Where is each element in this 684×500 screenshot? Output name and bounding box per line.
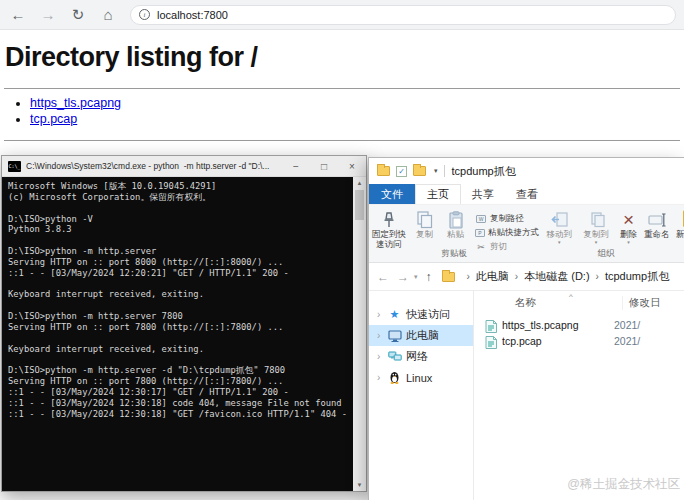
dropdown-arrow-icon: ▾	[595, 240, 598, 244]
expand-chevron-icon[interactable]: ›	[377, 372, 387, 383]
explorer-sidebar: › ★ 快速访问 › 此电脑 › 网络 ›	[369, 291, 474, 500]
address-bar[interactable]: i localhost:7800	[130, 5, 676, 25]
cmd-titlebar[interactable]: C:\_ C:\Windows\System32\cmd.exe - pytho…	[2, 156, 366, 177]
sidebar-item-network[interactable]: › 网络	[369, 346, 473, 367]
ribbon: 固定到快速访问 复制 粘贴 W 复制路径 P	[369, 205, 684, 263]
terminal-line: Serving HTTP on :: port 7800 (http://[::…	[8, 322, 351, 333]
qat-dropdown-icon[interactable]: ▾	[434, 167, 438, 175]
site-info-icon[interactable]: i	[139, 9, 150, 20]
terminal-line: D:\ISO>python -m http.server	[8, 246, 351, 257]
terminal-line	[8, 235, 351, 246]
network-icon	[387, 351, 402, 362]
cmd-app-icon: C:\_	[8, 161, 21, 172]
column-headers: 名称 ^ 修改日	[475, 293, 684, 310]
maximize-button[interactable]: □	[310, 156, 338, 177]
sort-ascending-icon: ^	[569, 292, 573, 301]
new-folder-button[interactable]: 新建文件夹	[673, 208, 684, 262]
terminal-line: D:\ISO>python -m http.server 7800	[8, 311, 351, 322]
scroll-down-icon[interactable]: ▼	[353, 479, 366, 491]
explorer-address-bar: ← → ▾ ↑ › 此电脑 › 本地磁盘 (D:) › tcpdump抓包	[369, 263, 684, 291]
tab-file[interactable]: 文件	[369, 184, 415, 204]
properties-check-icon[interactable]: ✓	[396, 166, 407, 177]
delete-icon: ×	[623, 210, 634, 230]
this-pc-icon	[387, 330, 402, 342]
ribbon-tabs: 文件 主页 共享 查看	[369, 184, 684, 205]
new-group: 新建文件夹	[673, 205, 684, 262]
copy-to-icon	[587, 210, 605, 230]
up-directory-icon[interactable]: ↑	[426, 270, 432, 284]
file-link-https-tls[interactable]: https_tls.pcapng	[30, 96, 121, 110]
back-icon[interactable]: ←	[6, 3, 30, 27]
terminal-line: Microsoft Windows [版本 10.0.19045.4291]	[8, 181, 351, 192]
clipboard-group-label: 剪贴板	[369, 248, 539, 260]
explorer-window-title: tcpdump抓包	[452, 164, 516, 179]
explorer-back-icon[interactable]: ←	[377, 270, 389, 284]
reload-icon[interactable]: ↻	[66, 3, 90, 27]
terminal-line: ::1 - - [03/May/2024 12:30:17] "GET / HT…	[8, 387, 351, 398]
file-row-https-tls[interactable]: https_tls.pcapng 2021/	[479, 317, 684, 333]
breadcrumb-drive-d[interactable]: 本地磁盘 (D:)	[524, 269, 589, 284]
expand-chevron-icon[interactable]: ›	[377, 351, 387, 362]
explorer-window: ✓ ▾ tcpdump抓包 文件 主页 共享 查看 固定到快速访问 复制	[368, 157, 684, 500]
terminal-line: Keyboard interrupt received, exiting.	[8, 344, 351, 355]
home-icon[interactable]: ⌂	[96, 3, 120, 27]
star-icon: ★	[387, 308, 402, 321]
sidebar-item-linux[interactable]: › Linux	[369, 367, 473, 388]
sidebar-item-this-pc[interactable]: › 此电脑	[369, 325, 473, 346]
pcap-file-icon	[485, 335, 497, 348]
terminal-line: Serving HTTP on :: port 8000 (http://[::…	[8, 257, 351, 268]
folder-icon[interactable]	[377, 166, 390, 176]
copy-path-button[interactable]: W 复制路径	[475, 212, 539, 226]
tab-home[interactable]: 主页	[415, 184, 461, 204]
expand-chevron-icon[interactable]: ›	[377, 330, 387, 341]
list-item: https_tls.pcapng	[30, 95, 121, 111]
scrollbar[interactable]: ▲ ▼	[353, 177, 366, 491]
organize-group: 移动到 ▾ 复制到 ▾ × 删除 ▾ 重命名 组织	[541, 205, 671, 262]
history-dropdown-icon[interactable]: ▾	[414, 273, 418, 281]
new-folder-icon[interactable]	[413, 166, 426, 176]
location-folder-icon	[442, 272, 455, 282]
terminal-line	[8, 300, 351, 311]
file-row-tcp-pcap[interactable]: tcp.pcap 2021/	[479, 333, 684, 349]
close-button[interactable]: ×	[338, 156, 366, 177]
column-header-modified[interactable]: 修改日	[622, 296, 661, 310]
move-to-icon	[550, 210, 568, 230]
tab-share[interactable]: 共享	[461, 184, 505, 204]
expand-chevron-icon[interactable]: ›	[377, 309, 387, 320]
terminal-line: ::1 - - [03/May/2024 12:30:18] "GET /fav…	[8, 409, 351, 420]
terminal-line: D:\ISO>python -m http.server -d "D:\tcpd…	[8, 365, 351, 376]
breadcrumb-this-pc[interactable]: 此电脑	[476, 269, 509, 284]
breadcrumb-tcpdump[interactable]: tcpdump抓包	[605, 269, 669, 284]
clipboard-group: 固定到快速访问 复制 粘贴 W 复制路径 P	[369, 205, 539, 262]
terminal-line	[8, 355, 351, 366]
pcapng-file-icon	[485, 319, 497, 332]
breadcrumb[interactable]: › 此电脑 › 本地磁盘 (D:) › tcpdump抓包	[442, 269, 670, 284]
sidebar-item-quick-access[interactable]: › ★ 快速访问	[369, 304, 473, 325]
paste-shortcut-icon: P	[475, 228, 485, 238]
url-text[interactable]: localhost:7800	[157, 9, 228, 21]
paste-shortcut-button[interactable]: P 粘贴快捷方式	[475, 226, 539, 240]
terminal-line: Python 3.8.3	[8, 224, 351, 235]
pin-icon	[382, 210, 396, 230]
organize-group-label: 组织	[541, 248, 671, 260]
file-list: 名称 ^ 修改日 https_tls.pcapng 2021/ tcp.pcap…	[475, 291, 684, 500]
explorer-forward-icon[interactable]: →	[397, 270, 409, 284]
dropdown-arrow-icon: ▾	[558, 240, 561, 244]
scroll-up-icon[interactable]: ▲	[353, 177, 366, 189]
explorer-titlebar[interactable]: ✓ ▾ tcpdump抓包	[369, 158, 684, 184]
scrollbar-thumb[interactable]	[355, 190, 364, 220]
tab-view[interactable]: 查看	[505, 184, 549, 204]
rename-icon	[648, 210, 666, 230]
terminal-line: (c) Microsoft Corporation。保留所有权利。	[8, 192, 351, 203]
column-header-name[interactable]: 名称	[515, 296, 536, 310]
quick-access-toolbar: ✓ ▾	[377, 166, 444, 177]
file-link-tcp-pcap[interactable]: tcp.pcap	[30, 112, 77, 126]
minimize-button[interactable]: −	[282, 156, 310, 177]
terminal-line: Serving HTTP on :: port 7800 (http://[::…	[8, 376, 351, 387]
terminal-line	[8, 203, 351, 214]
divider	[4, 140, 680, 141]
terminal-line: D:\ISO>python -V	[8, 214, 351, 225]
explorer-main: › ★ 快速访问 › 此电脑 › 网络 ›	[369, 291, 684, 500]
cmd-window: C:\_ C:\Windows\System32\cmd.exe - pytho…	[1, 155, 367, 492]
forward-icon[interactable]: →	[36, 3, 60, 27]
